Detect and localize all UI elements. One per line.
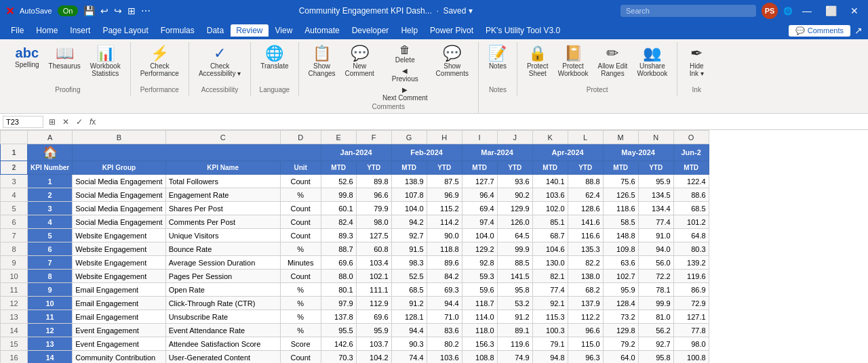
data-cell[interactable]: 91.2 <box>391 297 427 310</box>
data-cell[interactable]: Shares Per Post <box>165 202 280 215</box>
data-cell[interactable]: 11 <box>28 310 73 324</box>
more-icon[interactable]: ⋯ <box>141 5 151 16</box>
table-row[interactable]: 97Website EngagementAverage Session Dura… <box>1 256 709 270</box>
data-cell[interactable]: 83.6 <box>427 324 462 337</box>
data-cell[interactable]: 101.2 <box>673 215 709 229</box>
protect-sheet-button[interactable]: 🔒 ProtectSheet <box>523 43 553 80</box>
formula-input[interactable] <box>101 116 865 127</box>
table-row[interactable]: 53Social Media EngagementShares Per Post… <box>1 202 709 215</box>
data-cell[interactable]: Bounce Rate <box>165 242 280 256</box>
data-cell[interactable]: 104.0 <box>462 229 497 242</box>
data-cell[interactable]: 114.2 <box>427 215 462 229</box>
data-cell[interactable]: 3 <box>28 202 73 215</box>
data-cell[interactable]: % <box>280 310 321 324</box>
data-cell[interactable]: Count <box>280 229 321 242</box>
data-cell[interactable]: 107.8 <box>391 188 427 202</box>
data-cell[interactable]: 53.2 <box>497 297 532 310</box>
table-row[interactable]: 2KPI NumberKPI GroupKPI NameUnitMTDYTDMT… <box>1 161 709 175</box>
data-cell[interactable]: Unsubscribe Rate <box>165 310 280 324</box>
data-cell[interactable]: 71.0 <box>427 310 462 324</box>
cell-reference-input[interactable] <box>3 116 43 128</box>
insert-function-button[interactable]: fx <box>87 116 98 128</box>
data-cell[interactable]: Count <box>280 270 321 283</box>
protect-workbook-button[interactable]: 📔 ProtectWorkbook <box>554 43 593 80</box>
data-cell[interactable]: Engagement Rate <box>165 188 280 202</box>
data-cell[interactable]: 77.4 <box>532 283 568 297</box>
data-cell[interactable]: 128.1 <box>391 310 427 324</box>
data-cell[interactable]: 99.8 <box>321 188 356 202</box>
data-cell[interactable]: 100.8 <box>673 351 709 364</box>
data-cell[interactable]: 88.5 <box>497 256 532 270</box>
thesaurus-button[interactable]: 📖 Thesaurus <box>45 43 85 72</box>
comments-button[interactable]: 💬 Comments <box>789 25 850 37</box>
data-cell[interactable]: 109.8 <box>603 242 638 256</box>
table-row[interactable]: 75Website EngagementUnique VisitorsCount… <box>1 229 709 242</box>
data-cell[interactable]: Pages Per Session <box>165 270 280 283</box>
data-cell[interactable]: 68.2 <box>568 283 603 297</box>
data-cell[interactable]: Click-Through Rate (CTR) <box>165 297 280 310</box>
col-header-l[interactable]: L <box>568 131 603 144</box>
data-cell[interactable]: 92.7 <box>638 337 673 351</box>
next-comment-button[interactable]: ▶ Next Comment <box>380 85 431 103</box>
check-accessibility-button[interactable]: ✓ CheckAccessibility ▾ <box>195 43 245 80</box>
data-cell[interactable]: 89.6 <box>427 256 462 270</box>
col-header-k[interactable]: K <box>532 131 568 144</box>
data-cell[interactable]: Event Engagement <box>73 324 165 337</box>
data-cell[interactable]: 88.0 <box>321 270 356 283</box>
col-header-d[interactable]: D <box>280 131 321 144</box>
data-cell[interactable]: 82.4 <box>321 215 356 229</box>
data-cell[interactable]: 128.4 <box>603 297 638 310</box>
data-cell[interactable]: Count <box>280 215 321 229</box>
data-cell[interactable]: Event Attendance Rate <box>165 324 280 337</box>
data-cell[interactable]: 141.5 <box>497 270 532 283</box>
data-cell[interactable]: 98.0 <box>673 337 709 351</box>
spelling-button[interactable]: abc Spelling <box>11 43 43 71</box>
maximize-button[interactable]: ⬜ <box>821 4 841 18</box>
data-cell[interactable]: Total Followers <box>165 175 280 188</box>
data-cell[interactable]: 68.7 <box>532 229 568 242</box>
data-cell[interactable]: % <box>280 188 321 202</box>
table-row[interactable]: 1🏠Jan-2024Feb-2024Mar-2024Apr-2024May-20… <box>1 144 709 161</box>
data-cell[interactable]: 79.1 <box>532 337 568 351</box>
data-cell[interactable]: 56.0 <box>638 256 673 270</box>
data-cell[interactable]: 115.3 <box>532 310 568 324</box>
data-cell[interactable]: Comments Per Post <box>165 215 280 229</box>
data-cell[interactable]: 94.8 <box>532 351 568 364</box>
data-cell[interactable]: % <box>280 297 321 310</box>
data-cell[interactable]: 79.9 <box>356 202 391 215</box>
data-cell[interactable]: 96.3 <box>568 351 603 364</box>
data-cell[interactable]: 122.4 <box>673 175 709 188</box>
menu-page-layout[interactable]: Page Layout <box>97 24 153 37</box>
show-comments-button[interactable]: 💬 ShowComments <box>432 43 473 80</box>
data-cell[interactable]: 92.8 <box>462 256 497 270</box>
data-cell[interactable]: 141.6 <box>568 215 603 229</box>
data-cell[interactable]: 59.3 <box>462 270 497 283</box>
spreadsheet-container[interactable]: A B C D E F G H I J K L M N O 1 <box>0 130 868 363</box>
confirm-formula-button[interactable]: ✓ <box>73 116 85 128</box>
data-cell[interactable]: 86.9 <box>673 283 709 297</box>
data-cell[interactable]: 118.8 <box>427 242 462 256</box>
data-cell[interactable]: 69.4 <box>462 202 497 215</box>
data-cell[interactable]: Average Session Duration <box>165 256 280 270</box>
data-cell[interactable]: Count <box>280 202 321 215</box>
data-cell[interactable]: 52.5 <box>391 270 427 283</box>
data-cell[interactable]: Social Media Engagement <box>73 202 165 215</box>
data-cell[interactable]: 148.8 <box>603 229 638 242</box>
data-cell[interactable]: 72.2 <box>638 270 673 283</box>
data-cell[interactable]: 88.7 <box>321 242 356 256</box>
data-cell[interactable]: 118.0 <box>462 324 497 337</box>
data-cell[interactable]: 56.2 <box>638 324 673 337</box>
data-cell[interactable]: 88.8 <box>568 175 603 188</box>
col-header-i[interactable]: I <box>462 131 497 144</box>
menu-home[interactable]: Home <box>31 24 63 37</box>
data-cell[interactable]: 12 <box>28 324 73 337</box>
data-cell[interactable]: 156.3 <box>462 337 497 351</box>
data-cell[interactable]: 89.1 <box>497 324 532 337</box>
data-cell[interactable]: 89.3 <box>321 229 356 242</box>
data-cell[interactable]: 99.9 <box>497 242 532 256</box>
data-cell[interactable]: 119.6 <box>497 337 532 351</box>
data-cell[interactable]: 64.8 <box>673 229 709 242</box>
data-cell[interactable]: 130.0 <box>532 256 568 270</box>
data-cell[interactable]: 95.9 <box>356 324 391 337</box>
data-cell[interactable]: 74.9 <box>497 351 532 364</box>
